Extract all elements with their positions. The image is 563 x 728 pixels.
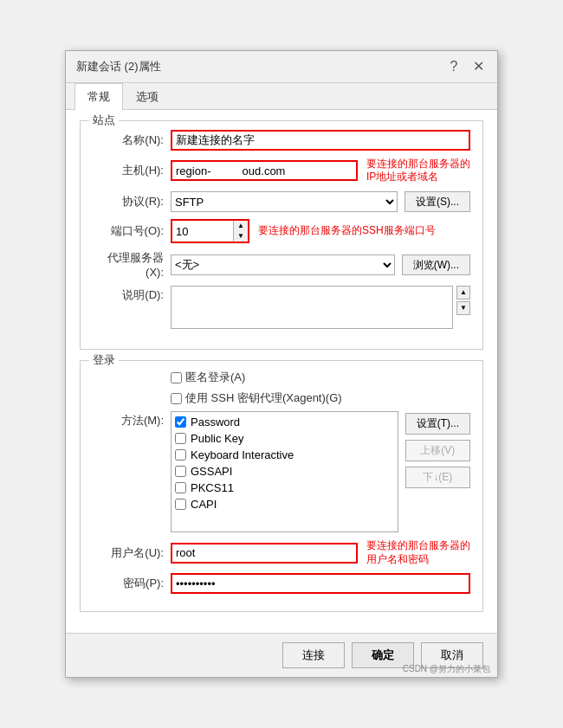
proxy-label: 代理服务器(X): xyxy=(93,250,171,279)
method-capi-checkbox[interactable] xyxy=(175,499,186,510)
name-input[interactable] xyxy=(171,130,470,151)
method-keyboard: Keyboard Interactive xyxy=(175,448,394,461)
scroll-down-button[interactable]: ▼ xyxy=(456,301,470,315)
settings-button[interactable]: 设置(S)... xyxy=(404,191,470,212)
port-label: 端口号(O): xyxy=(93,223,171,239)
connect-button[interactable]: 连接 xyxy=(282,642,345,668)
proxy-select[interactable]: <无> xyxy=(171,254,395,275)
tab-general[interactable]: 常规 xyxy=(74,83,123,110)
method-capi: CAPI xyxy=(175,498,394,511)
site-section: 站点 名称(N): 主机(H): 要连接的那台服务器的IP地址或者域名 协议(R… xyxy=(80,120,483,350)
move-down-button[interactable]: 下↓(E) xyxy=(405,467,470,488)
browse-button[interactable]: 浏览(W)... xyxy=(402,254,470,275)
method-keyboard-checkbox[interactable] xyxy=(175,449,186,461)
desc-label: 说明(D): xyxy=(93,286,171,303)
title-bar: 新建会话 (2)属性 ? ✕ xyxy=(66,51,497,83)
method-settings-button[interactable]: 设置(T)... xyxy=(405,413,470,435)
help-button[interactable]: ? xyxy=(445,58,463,75)
method-publickey-label: Public Key xyxy=(191,432,243,445)
footer-buttons: 连接 确定 取消 CSDN @努力的小菜包 xyxy=(66,633,497,677)
port-row: 端口号(O): ▲ ▼ 要连接的那台服务器的SSH服务端口号 xyxy=(93,219,470,243)
method-publickey: Public Key xyxy=(175,432,394,445)
move-up-button[interactable]: 上移(V) xyxy=(405,440,470,461)
method-row: 方法(M): Password Public Key Keyboard Inte… xyxy=(93,411,470,532)
tab-options[interactable]: 选项 xyxy=(123,83,171,110)
method-capi-label: CAPI xyxy=(191,498,217,511)
name-label: 名称(N): xyxy=(93,132,171,148)
login-section: 登录 匿名登录(A) 使用 SSH 密钥代理(Xagent)(G) 方法(M):… xyxy=(80,360,483,612)
dialog-body: 站点 名称(N): 主机(H): 要连接的那台服务器的IP地址或者域名 协议(R… xyxy=(66,110,497,633)
dialog-title: 新建会话 (2)属性 xyxy=(76,59,161,74)
method-keyboard-label: Keyboard Interactive xyxy=(191,448,294,461)
username-label: 用户名(U): xyxy=(93,545,171,561)
port-input-wrap: ▲ ▼ xyxy=(171,219,249,243)
method-buttons: 设置(T)... 上移(V) 下↓(E) xyxy=(405,411,470,488)
username-note: 要连接的那台服务器的用户名和密码 xyxy=(366,539,470,566)
port-input[interactable] xyxy=(172,221,233,242)
protocol-row: 协议(R): SFTP 设置(S)... xyxy=(93,191,470,212)
password-row: 密码(P): xyxy=(93,573,470,594)
host-row: 主机(H): 要连接的那台服务器的IP地址或者域名 xyxy=(93,158,470,184)
login-section-title: 登录 xyxy=(89,352,119,368)
port-spinner: ▲ ▼ xyxy=(233,221,248,242)
password-input[interactable] xyxy=(171,573,470,594)
port-up-button[interactable]: ▲ xyxy=(234,221,248,231)
protocol-select[interactable]: SFTP xyxy=(171,191,398,212)
method-label: 方法(M): xyxy=(93,411,171,428)
method-gssapi-checkbox[interactable] xyxy=(175,466,186,477)
method-gssapi: GSSAPI xyxy=(175,465,394,478)
desc-textarea[interactable] xyxy=(171,286,453,329)
xagent-label: 使用 SSH 密钥代理(Xagent)(G) xyxy=(185,390,342,406)
method-list: Password Public Key Keyboard Interactive… xyxy=(171,411,398,532)
name-row: 名称(N): xyxy=(93,130,470,151)
password-label: 密码(P): xyxy=(93,576,171,591)
host-label: 主机(H): xyxy=(93,163,171,178)
anon-checkbox[interactable] xyxy=(171,372,182,383)
port-down-button[interactable]: ▼ xyxy=(234,231,248,242)
xagent-checkbox[interactable] xyxy=(171,393,182,404)
method-pkcs11-checkbox[interactable] xyxy=(175,482,186,493)
main-dialog: 新建会话 (2)属性 ? ✕ 常规 选项 站点 名称(N): 主机(H): xyxy=(65,50,498,678)
host-note: 要连接的那台服务器的IP地址或者域名 xyxy=(366,158,470,184)
method-password-label: Password xyxy=(191,416,240,428)
port-note: 要连接的那台服务器的SSH服务端口号 xyxy=(258,224,436,238)
tab-bar: 常规 选项 xyxy=(66,83,497,110)
desc-row: 说明(D): ▲ ▼ xyxy=(93,286,470,332)
proxy-row: 代理服务器(X): <无> 浏览(W)... xyxy=(93,250,470,279)
xagent-row: 使用 SSH 密钥代理(Xagent)(G) xyxy=(171,390,470,406)
method-pkcs11-label: PKCS11 xyxy=(191,481,234,494)
site-section-title: 站点 xyxy=(89,113,119,128)
method-password: Password xyxy=(175,416,394,428)
anon-row: 匿名登录(A) xyxy=(171,370,470,385)
method-publickey-checkbox[interactable] xyxy=(175,433,186,444)
method-pkcs11: PKCS11 xyxy=(175,481,394,494)
protocol-label: 协议(R): xyxy=(93,194,171,209)
title-bar-controls: ? ✕ xyxy=(445,58,487,75)
method-password-checkbox[interactable] xyxy=(175,416,186,428)
anon-label: 匿名登录(A) xyxy=(185,370,245,385)
desc-textarea-wrap xyxy=(171,286,453,332)
watermark: CSDN @努力的小菜包 xyxy=(403,663,490,675)
close-button[interactable]: ✕ xyxy=(469,58,487,75)
username-input[interactable] xyxy=(171,543,358,564)
host-input[interactable] xyxy=(171,160,358,181)
username-row: 用户名(U): 要连接的那台服务器的用户名和密码 xyxy=(93,539,470,566)
desc-scrollbar: ▲ ▼ xyxy=(456,286,470,315)
scroll-up-button[interactable]: ▲ xyxy=(456,286,470,300)
method-gssapi-label: GSSAPI xyxy=(191,465,232,478)
